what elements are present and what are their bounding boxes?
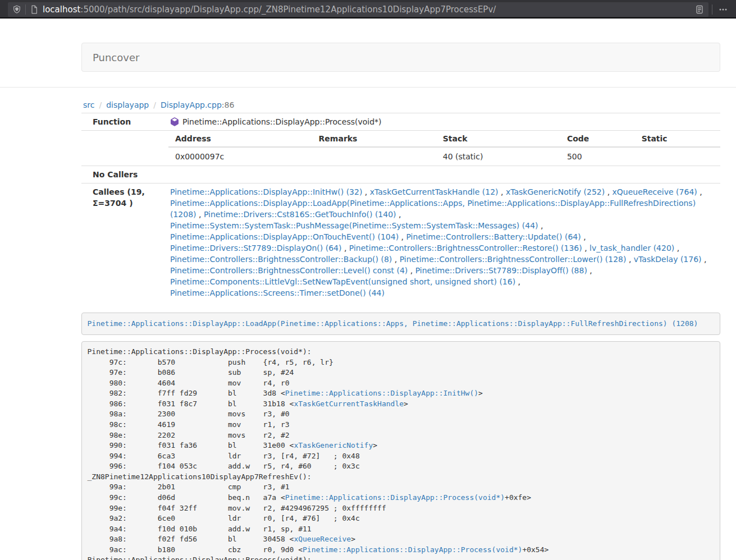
symbol-link[interactable]: xQueueReceive <box>294 535 351 543</box>
col-code: Code <box>560 131 635 147</box>
no-callers-label: No Callers <box>81 166 168 183</box>
callee-link[interactable]: Pinetime::Applications::DisplayApp::Init… <box>170 187 362 196</box>
code-value: 500 <box>560 147 635 166</box>
callee-link[interactable]: Pinetime::Controllers::BrightnessControl… <box>170 255 392 264</box>
callee-separator: , <box>499 187 506 196</box>
callee-separator: , <box>697 187 702 196</box>
shield-icon <box>12 5 21 14</box>
symbol-link[interactable]: Pinetime::Applications::DisplayApp::Init… <box>285 389 478 397</box>
reader-mode-button[interactable] <box>695 5 704 14</box>
callee-separator: , <box>581 232 586 241</box>
url-text: localhost:5000/path/src/displayapp/Displ… <box>43 4 692 15</box>
page-icon <box>30 5 39 14</box>
function-name: Pinetime::Applications::DisplayApp::Proc… <box>182 116 382 127</box>
callee-link[interactable]: Pinetime::Controllers::Battery::Update()… <box>406 232 580 241</box>
no-callers-row: No Callers <box>81 166 720 183</box>
symbol-link[interactable]: xTaskGenericNotify <box>294 441 373 449</box>
callee-link[interactable]: vTaskDelay (176) <box>634 255 702 264</box>
callee-link[interactable]: Pinetime::Drivers::St7789::DisplayOff() … <box>415 266 587 275</box>
callee-link[interactable]: Pinetime::Drivers::Cst816S::GetTouchInfo… <box>204 210 396 219</box>
callee-separator: , <box>392 255 399 264</box>
callee-separator: , <box>587 266 592 275</box>
stats-row-label <box>81 131 168 166</box>
stack-value: 40 (static) <box>436 147 560 166</box>
function-row: Function Pinetime::Applications::Display… <box>81 113 720 131</box>
col-static: Static <box>635 131 720 147</box>
breadcrumb-separator: / <box>153 100 156 109</box>
breadcrumb-line-number: :86 <box>222 100 235 109</box>
callee-separator: , <box>396 210 401 219</box>
toolbar-divider <box>712 4 712 15</box>
callee-link[interactable]: xQueueReceive (764) <box>612 187 697 196</box>
address-value: 0x0000097c <box>168 147 312 166</box>
callee-separator: , <box>538 221 543 230</box>
callee-separator: , <box>196 210 204 219</box>
callee-separator: , <box>702 255 707 264</box>
callee-link[interactable]: Pinetime::Drivers::St7789::DisplayOn() (… <box>170 244 341 253</box>
callee-separator: , <box>341 244 349 253</box>
caller-snippet-link[interactable]: Pinetime::Applications::DisplayApp::Load… <box>88 319 698 328</box>
browser-toolbar: localhost:5000/path/src/displayapp/Displ… <box>0 0 736 19</box>
breadcrumb-src[interactable]: src <box>83 100 94 109</box>
callee-separator: , <box>515 277 520 286</box>
package-icon <box>170 117 179 126</box>
callee-separator: , <box>626 255 633 264</box>
callee-separator: , <box>674 244 679 253</box>
breadcrumb: src/displayapp/DisplayApp.cpp:86 <box>81 100 720 109</box>
col-stack: Stack <box>436 131 560 147</box>
function-label: Function <box>81 113 168 131</box>
urlbar-divider <box>25 4 26 15</box>
stats-table: Address Remarks Stack Code Static 0x0000… <box>168 131 720 166</box>
callee-separator: , <box>399 232 406 241</box>
callee-separator: , <box>408 266 415 275</box>
symbol-link[interactable]: Pinetime::Applications::DisplayApp::Proc… <box>285 493 505 502</box>
callee-link[interactable]: Pinetime::Applications::DisplayApp::OnTo… <box>170 232 399 241</box>
static-value <box>635 147 720 166</box>
col-remarks: Remarks <box>312 131 436 147</box>
callee-link[interactable]: Pinetime::System::SystemTask::PushMessag… <box>170 221 538 230</box>
callee-link[interactable]: Pinetime::Components::LittleVgl::SetNewT… <box>170 277 515 286</box>
callee-link[interactable]: Pinetime::Controllers::BrightnessControl… <box>349 244 582 253</box>
stats-row: Address Remarks Stack Code Static 0x0000… <box>81 131 720 166</box>
col-address: Address <box>168 131 312 147</box>
symbol-link[interactable]: Pinetime::Applications::DisplayApp::Proc… <box>303 545 522 554</box>
disassembly-pre: Pinetime::Applications::DisplayApp::Proc… <box>81 341 720 560</box>
breadcrumb-displayapp[interactable]: displayapp <box>106 100 149 109</box>
breadcrumb-file[interactable]: DisplayApp.cpp <box>161 100 222 109</box>
callee-separator: , <box>605 187 612 196</box>
url-host: localhost <box>43 4 80 15</box>
remarks-value <box>312 147 436 166</box>
function-table: Function Pinetime::Applications::Display… <box>81 113 720 301</box>
app-header: Puncover <box>81 43 720 72</box>
callee-separator: , <box>582 244 589 253</box>
stats-values-row: 0x0000097c 40 (static) 500 <box>168 147 720 166</box>
ellipsis-icon <box>719 5 728 14</box>
address-bar[interactable]: localhost:5000/path/src/displayapp/Displ… <box>8 2 708 17</box>
callee-link[interactable]: lv_task_handler (420) <box>589 244 674 253</box>
overflow-menu-button[interactable] <box>716 2 730 17</box>
reader-mode-icon <box>695 5 704 14</box>
tracking-protection-button[interactable] <box>12 5 21 14</box>
callee-link[interactable]: Pinetime::Controllers::BrightnessControl… <box>170 266 408 275</box>
breadcrumb-separator: / <box>99 100 102 109</box>
callee-link[interactable]: xTaskGenericNotify (252) <box>506 187 605 196</box>
caller-snippet: Pinetime::Applications::DisplayApp::Load… <box>81 313 720 335</box>
callees-row: Callees (19, Σ=3704 ) Pinetime::Applicat… <box>81 183 720 302</box>
app-brand[interactable]: Puncover <box>93 52 139 63</box>
callee-separator: , <box>362 187 369 196</box>
header-divider <box>0 87 736 88</box>
symbol-link[interactable]: xTaskGetCurrentTaskHandle <box>294 400 404 408</box>
callees-cell: Pinetime::Applications::DisplayApp::Init… <box>168 183 720 302</box>
callee-link[interactable]: Pinetime::Applications::Screens::Timer::… <box>170 288 385 297</box>
callee-link[interactable]: xTaskGetCurrentTaskHandle (12) <box>370 187 499 196</box>
callees-label: Callees (19, Σ=3704 ) <box>81 183 168 302</box>
url-path: :5000/path/src/displayapp/DisplayApp.cpp… <box>80 4 496 15</box>
callee-link[interactable]: Pinetime::Controllers::BrightnessControl… <box>400 255 627 264</box>
